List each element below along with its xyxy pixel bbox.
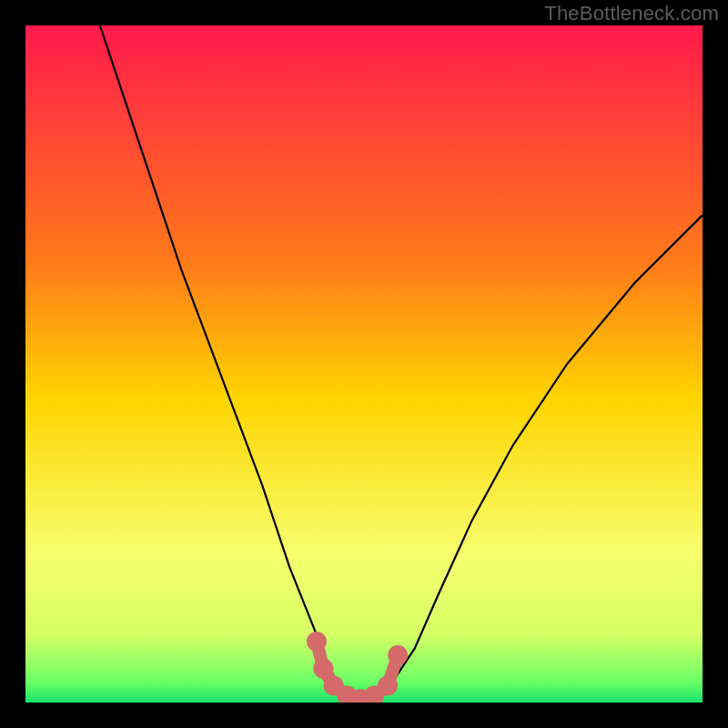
gradient-background: [25, 25, 703, 703]
marker-dot: [313, 659, 333, 679]
marker-dot: [378, 675, 398, 695]
plot-area: [25, 25, 703, 703]
marker-dot: [388, 645, 408, 665]
watermark-text: TheBottleneck.com: [544, 2, 719, 25]
chart-outer: TheBottleneck.com: [0, 0, 728, 728]
marker-dot: [307, 632, 327, 652]
chart-svg: [25, 25, 703, 703]
